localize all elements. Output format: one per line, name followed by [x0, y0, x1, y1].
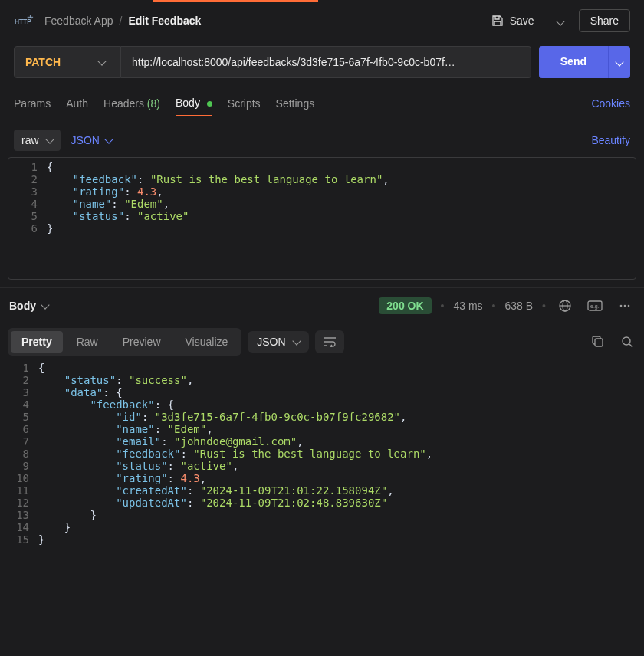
tab-headers-count: (8) — [147, 97, 160, 110]
tab-auth[interactable]: Auth — [66, 91, 88, 116]
code-line: 4 "name": "Edem", — [8, 198, 636, 210]
code-content: } — [47, 222, 53, 235]
breadcrumb-sep: / — [120, 15, 123, 27]
send-more-button[interactable] — [608, 46, 630, 78]
svg-point-9 — [623, 337, 630, 345]
code-line: 12 "updatedAt": "2024-11-09T21:02:48.839… — [0, 497, 644, 509]
cookies-link[interactable]: Cookies — [591, 97, 630, 110]
more-icon[interactable] — [615, 296, 635, 316]
code-content: "status": "success", — [38, 374, 193, 386]
svg-rect-8 — [595, 339, 603, 346]
stat-sep: • — [542, 300, 546, 312]
code-content: "data": { — [38, 386, 123, 399]
response-time: 43 ms — [453, 300, 482, 312]
body-mode-select[interactable]: raw — [14, 130, 61, 151]
code-content: } — [38, 521, 71, 533]
tab-headers-label: Headers — [104, 97, 144, 110]
globe-icon[interactable] — [555, 296, 575, 316]
response-header: Body 200 OK • 43 ms • 638 B • e.g. — [0, 287, 644, 323]
code-content: "id": "3d3fe715-6a7f-4fb0-9c0c-b07f9fc29… — [38, 411, 406, 423]
code-line: 10 "rating": 4.3, — [0, 472, 644, 484]
stat-sep: • — [492, 300, 496, 312]
code-content: "createdAt": "2024-11-09T21:01:22.158094… — [38, 484, 394, 497]
header: HTTP Feedback App / Edit Feedback Save S… — [0, 2, 644, 40]
code-line: 4 "feedback": { — [0, 399, 644, 411]
method-label: PATCH — [25, 56, 61, 68]
request-bar: PATCH http://localhost:8000/api/feedback… — [0, 40, 644, 84]
line-number: 10 — [0, 472, 38, 484]
view-preview-button[interactable]: Preview — [112, 331, 172, 353]
code-content: "rating": 4.3, — [47, 185, 163, 198]
chevron-down-icon — [104, 135, 113, 143]
code-line: 3 "rating": 4.3, — [8, 185, 636, 198]
breadcrumb-request[interactable]: Edit Feedback — [128, 15, 201, 27]
code-content: "name": "Edem", — [38, 423, 213, 435]
tab-headers[interactable]: Headers (8) — [104, 91, 160, 116]
line-number: 4 — [8, 198, 47, 210]
request-tabs: Params Auth Headers (8) Body Scripts Set… — [0, 84, 644, 123]
body-format-select[interactable]: JSON — [71, 134, 112, 146]
tab-params[interactable]: Params — [14, 91, 51, 116]
code-content: "feedback": "Rust is the best language t… — [38, 448, 432, 460]
line-number: 5 — [8, 210, 47, 222]
code-line: 13 } — [0, 509, 644, 521]
stat-sep: • — [441, 300, 445, 312]
response-section-select[interactable]: Body — [9, 300, 48, 312]
code-content: "rating": 4.3, — [38, 472, 206, 484]
method-select[interactable]: PATCH — [14, 46, 121, 78]
line-number: 2 — [0, 374, 38, 386]
code-line: 9 "status": "active", — [0, 460, 644, 472]
status-badge: 200 OK — [379, 297, 431, 314]
view-pretty-button[interactable]: Pretty — [11, 331, 63, 353]
tab-scripts[interactable]: Scripts — [228, 91, 261, 116]
chevron-down-icon — [292, 336, 301, 345]
breadcrumb-collection[interactable]: Feedback App — [44, 15, 113, 27]
copy-icon[interactable] — [589, 333, 607, 351]
code-content: "feedback": "Rust is the best language t… — [47, 173, 389, 185]
svg-text:e.g.: e.g. — [590, 303, 600, 310]
code-line: 1{ — [0, 362, 644, 374]
save-response-icon[interactable]: e.g. — [584, 297, 606, 315]
code-line: 5 "status": "active" — [8, 210, 636, 222]
chevron-down-icon — [45, 135, 54, 143]
save-button[interactable]: Save — [484, 10, 542, 31]
save-icon — [491, 15, 504, 27]
response-format-select[interactable]: JSON — [248, 331, 308, 353]
code-content: "updatedAt": "2024-11-09T21:02:48.839630… — [38, 497, 387, 509]
share-button[interactable]: Share — [579, 9, 630, 32]
code-line: 15} — [0, 533, 644, 546]
send-group: Send — [539, 46, 630, 78]
code-line: 5 "id": "3d3fe715-6a7f-4fb0-9c0c-b07f9fc… — [0, 411, 644, 423]
code-content: } — [38, 509, 97, 521]
code-content: "feedback": { — [38, 399, 174, 411]
chevron-down-icon — [41, 300, 49, 309]
beautify-button[interactable]: Beautify — [591, 134, 630, 146]
body-toolbar: raw JSON Beautify — [0, 123, 644, 157]
line-number: 9 — [0, 460, 38, 472]
svg-point-6 — [624, 305, 626, 307]
code-content: "email": "johndoe@gmail.com", — [38, 435, 304, 448]
send-button[interactable]: Send — [539, 46, 608, 78]
view-visualize-button[interactable]: Visualize — [175, 331, 239, 353]
chevron-down-icon — [97, 57, 106, 65]
line-number: 12 — [0, 497, 38, 509]
tab-body[interactable]: Body — [176, 90, 212, 116]
response-size: 638 B — [505, 300, 534, 312]
view-raw-button[interactable]: Raw — [66, 331, 109, 353]
tab-settings[interactable]: Settings — [276, 91, 315, 116]
url-input[interactable]: http://localhost:8000/api/feedbacks/3d3f… — [121, 46, 531, 78]
code-line: 14 } — [0, 521, 644, 533]
search-icon[interactable] — [618, 333, 636, 351]
line-number: 6 — [0, 423, 38, 435]
modified-dot-icon — [207, 101, 212, 107]
code-line: 8 "feedback": "Rust is the best language… — [0, 448, 644, 460]
svg-point-7 — [628, 305, 630, 307]
code-line: 1{ — [8, 161, 636, 173]
code-content: "status": "active", — [38, 460, 238, 472]
response-body-viewer[interactable]: 1{2 "status": "success",3 "data": {4 "fe… — [0, 360, 644, 553]
response-section-label: Body — [9, 300, 36, 312]
request-body-editor[interactable]: 1{2 "feedback": "Rust is the best langua… — [8, 157, 636, 280]
save-more-button[interactable] — [551, 10, 570, 31]
line-number: 6 — [8, 222, 47, 235]
wrap-lines-button[interactable] — [315, 330, 344, 353]
